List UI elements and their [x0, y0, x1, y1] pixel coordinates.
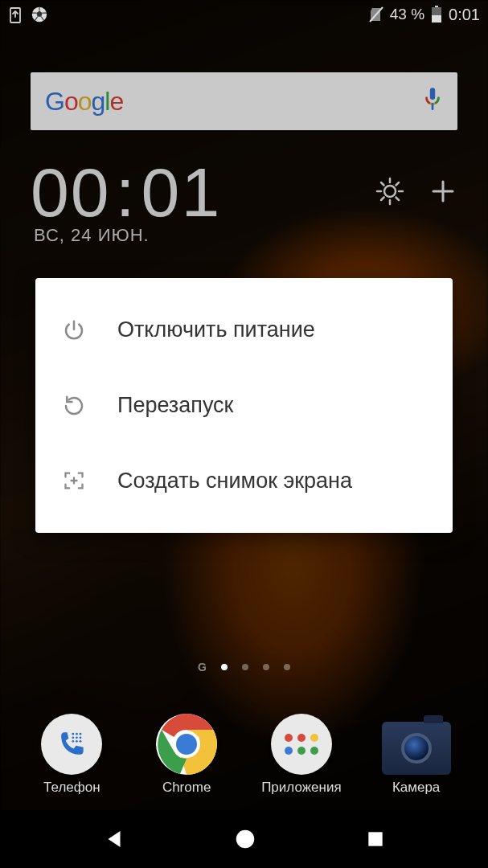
svg-point-25 — [72, 736, 75, 739]
apps-drawer-icon — [271, 714, 332, 775]
svg-rect-4 — [435, 6, 438, 7]
screenshot-item[interactable]: Создать снимок экрана — [35, 444, 453, 519]
clock-minutes: 01 — [141, 153, 222, 232]
nav-home-button[interactable] — [233, 827, 257, 851]
svg-point-23 — [76, 733, 78, 735]
svg-line-17 — [396, 182, 400, 186]
svg-line-14 — [381, 182, 384, 186]
page-google-icon[interactable]: G — [198, 661, 207, 674]
svg-rect-7 — [430, 88, 435, 100]
svg-point-30 — [80, 740, 82, 743]
page-indicator: G — [0, 661, 488, 674]
battery-percent: 43 % — [390, 6, 424, 23]
add-widget-icon[interactable] — [429, 177, 457, 209]
svg-line-16 — [381, 197, 384, 200]
clock-hours: 00 — [31, 153, 111, 232]
svg-point-33 — [176, 734, 197, 755]
svg-point-26 — [76, 736, 78, 739]
brightness-icon[interactable] — [374, 175, 406, 211]
status-time: 0:01 — [449, 6, 480, 24]
svg-point-24 — [80, 733, 82, 735]
upload-icon — [8, 6, 23, 23]
google-search-bar[interactable]: G o o g l e — [31, 72, 457, 130]
page-dot[interactable] — [284, 664, 290, 670]
dock-phone[interactable]: Телефон — [23, 714, 120, 796]
mic-icon[interactable] — [422, 86, 443, 117]
screenshot-icon — [59, 469, 88, 492]
clock-widget[interactable]: 00 : 01 — [31, 153, 457, 232]
dock: Телефон Chrome Приложения — [0, 714, 488, 796]
svg-point-28 — [72, 740, 75, 743]
svg-point-29 — [76, 740, 78, 743]
clock-date[interactable]: ВС, 24 ИЮН. — [34, 225, 150, 246]
no-sim-icon — [369, 6, 383, 23]
restart-item[interactable]: Перезапуск — [35, 368, 453, 444]
clock-colon: : — [116, 153, 137, 232]
dock-camera[interactable]: Камера — [368, 722, 465, 796]
phone-icon — [41, 714, 102, 775]
dock-chrome[interactable]: Chrome — [138, 714, 235, 796]
svg-line-15 — [396, 197, 400, 200]
page-dot[interactable] — [263, 664, 269, 670]
soccer-icon — [31, 6, 48, 23]
svg-point-34 — [236, 830, 255, 849]
status-bar: 43 % 0:01 — [0, 0, 488, 29]
chrome-icon — [156, 714, 217, 775]
screenshot-label: Создать снимок экрана — [117, 468, 352, 495]
restart-label: Перезапуск — [117, 392, 233, 420]
page-dot[interactable] — [221, 664, 228, 670]
svg-point-27 — [80, 736, 82, 739]
svg-rect-35 — [368, 832, 382, 845]
dock-apps-label: Приложения — [261, 780, 341, 796]
page-dot[interactable] — [242, 664, 248, 670]
nav-bar — [0, 810, 488, 868]
battery-icon — [431, 6, 442, 23]
dock-chrome-label: Chrome — [162, 780, 211, 796]
power-off-item[interactable]: Отключить питание — [35, 293, 453, 368]
dock-camera-label: Камера — [392, 780, 440, 796]
google-logo: G o o g l e — [45, 87, 123, 117]
restart-icon — [59, 394, 88, 418]
svg-rect-6 — [432, 15, 441, 23]
power-icon — [59, 318, 88, 342]
nav-recent-button[interactable] — [365, 829, 386, 850]
camera-icon — [382, 722, 451, 775]
power-off-label: Отключить питание — [117, 317, 315, 344]
svg-point-22 — [72, 733, 75, 735]
power-menu-dialog: Отключить питание Перезапуск Создать сни… — [35, 278, 453, 533]
svg-point-9 — [384, 186, 396, 197]
dock-phone-label: Телефон — [43, 780, 100, 796]
dock-apps[interactable]: Приложения — [253, 714, 350, 796]
nav-back-button[interactable] — [102, 827, 126, 851]
